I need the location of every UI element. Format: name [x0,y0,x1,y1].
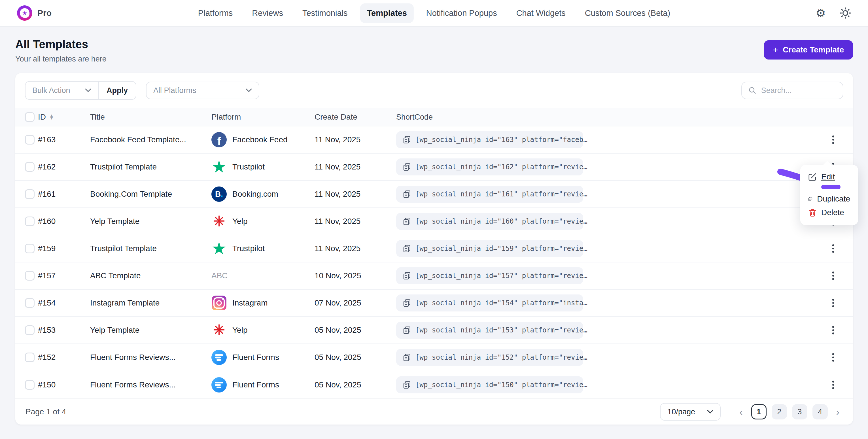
row-checkbox[interactable] [25,271,35,281]
row-checkbox[interactable] [25,189,35,199]
shortcode-text: [wp_social_ninja id="161" platform="revi… [415,190,587,198]
table-row: #160 Yelp Template ✳ Yelp 11 Nov, 2025 [… [15,208,853,235]
page-button-4[interactable]: 4 [812,404,828,419]
shortcode-text: [wp_social_ninja id="159" platform="revi… [415,245,587,252]
row-platform: ★ Trustpilot [211,241,315,256]
page-button-3[interactable]: 3 [792,404,807,419]
row-checkbox[interactable] [25,298,35,308]
select-all-checkbox[interactable] [25,112,35,122]
bulk-action-label: Bulk Action [32,86,70,95]
shortcode-pill[interactable]: [wp_social_ninja id="160" platform="revi… [396,213,583,230]
table-row: #163 Facebook Feed Template... f Faceboo… [15,126,853,154]
bulk-action-select[interactable]: Bulk Action [26,82,98,99]
per-page-label: 10/page [668,408,695,416]
platform-filter-label: All Platforms [153,86,196,95]
row-create-date: 05 Nov, 2025 [315,380,396,389]
shortcode-pill[interactable]: [wp_social_ninja id="150" platform="revi… [396,376,583,394]
chevron-down-icon [85,88,91,92]
prev-page-button[interactable]: ‹ [736,407,746,417]
row-create-date: 11 Nov, 2025 [315,190,396,199]
row-actions-kebab-button[interactable] [829,295,837,310]
shortcode-pill[interactable]: [wp_social_ninja id="162" platform="revi… [396,158,583,176]
nav-item-reviews[interactable]: Reviews [245,3,290,23]
card-footer: Page 1 of 4 10/page ‹ 1 2 3 4 › [15,399,853,425]
platform-label: Trustpilot [232,162,265,171]
page-button-1[interactable]: 1 [751,404,767,419]
search-input[interactable] [761,86,836,95]
row-actions-kebab-button[interactable] [829,268,837,283]
trustpilot-icon: ★ [211,241,227,256]
card-toolbar: Bulk Action Apply All Platforms [15,73,853,108]
nav-item-custom-sources[interactable]: Custom Sources (Beta) [578,3,677,23]
row-id: #160 [38,217,90,226]
row-actions-kebab-button[interactable] [829,377,837,392]
row-actions-kebab-button[interactable] [829,241,837,256]
column-header-id[interactable]: ID ▲▼ [38,113,90,122]
shortcode-pill[interactable]: [wp_social_ninja id="154" platform="inst… [396,294,583,311]
apply-button[interactable]: Apply [98,82,136,99]
row-create-date: 05 Nov, 2025 [315,353,396,362]
create-template-button[interactable]: + Create Template [764,40,853,60]
row-actions-kebab-button[interactable] [829,132,837,147]
shortcode-pill[interactable]: [wp_social_ninja id="153" platform="revi… [396,322,583,339]
shortcode-pill[interactable]: [wp_social_ninja id="163" platform="face… [396,131,583,148]
sort-icon[interactable]: ▲▼ [49,115,54,120]
theme-sun-icon[interactable] [839,7,851,19]
next-page-button[interactable]: › [833,407,843,417]
shortcode-pill[interactable]: [wp_social_ninja id="159" platform="revi… [396,240,583,257]
row-platform: ✳ Yelp [211,322,315,338]
nav-item-chat-widgets[interactable]: Chat Widgets [509,3,572,23]
nav-item-platforms[interactable]: Platforms [191,3,240,23]
shortcode-pill[interactable]: [wp_social_ninja id="152" platform="revi… [396,349,583,366]
row-checkbox[interactable] [25,325,35,335]
table-body: #163 Facebook Feed Template... f Faceboo… [15,126,853,399]
row-platform: f Facebook Feed [211,132,315,147]
row-actions-kebab-button[interactable] [829,350,837,365]
shortcode-pill[interactable]: [wp_social_ninja id="161" platform="revi… [396,186,583,202]
menu-item-delete[interactable]: Delete [800,206,858,219]
copy-icon [403,353,411,362]
page-info: Page 1 of 4 [26,407,66,416]
row-platform: ★ Trustpilot [211,159,315,175]
menu-item-edit[interactable]: Edit [800,170,858,184]
page-title: All Templates [15,38,106,51]
row-checkbox[interactable] [25,135,35,145]
row-id: #163 [38,135,90,144]
row-checkbox[interactable] [25,217,35,226]
yelp-icon: ✳ [211,214,227,229]
row-id: #153 [38,326,90,335]
row-platform: Fluent Forms [211,350,315,365]
page-header: All Templates Your all templates are her… [0,27,868,63]
shortcode-pill[interactable]: [wp_social_ninja id="157" platform="revi… [396,267,583,284]
platform-label: Booking.com [232,190,278,199]
row-create-date: 11 Nov, 2025 [315,135,396,144]
row-title: Facebook Feed Template... [90,135,211,144]
copy-icon [403,190,411,198]
main-nav: Platforms Reviews Testimonials Templates… [191,3,677,23]
nav-item-notification-popups[interactable]: Notification Popups [420,3,504,23]
row-title: Yelp Template [90,217,211,226]
row-actions-kebab-button[interactable] [829,322,837,338]
row-platform: Instagram [211,295,315,311]
copy-icon [403,163,411,171]
menu-item-duplicate[interactable]: Duplicate [800,192,858,206]
fluent-icon [211,377,227,393]
shortcode-text: [wp_social_ninja id="163" platform="face… [415,136,587,144]
topbar-icons: ⚙ [815,7,851,19]
row-create-date: 07 Nov, 2025 [315,299,396,308]
row-checkbox[interactable] [25,352,35,362]
platform-filter-select[interactable]: All Platforms [146,82,259,99]
row-checkbox[interactable] [25,162,35,172]
row-checkbox[interactable] [25,244,35,253]
row-title: Instagram Template [90,299,211,308]
chevron-down-icon [707,410,713,414]
facebook-icon: f [211,132,227,147]
column-header-shortcode: ShortCode [396,113,583,122]
page-button-2[interactable]: 2 [772,404,787,419]
nav-item-testimonials[interactable]: Testimonials [296,3,354,23]
row-checkbox[interactable] [25,380,35,390]
delete-trash-icon [808,208,817,217]
nav-item-templates[interactable]: Templates [360,3,414,23]
settings-gear-icon[interactable]: ⚙ [815,7,826,19]
per-page-select[interactable]: 10/page [660,403,721,420]
